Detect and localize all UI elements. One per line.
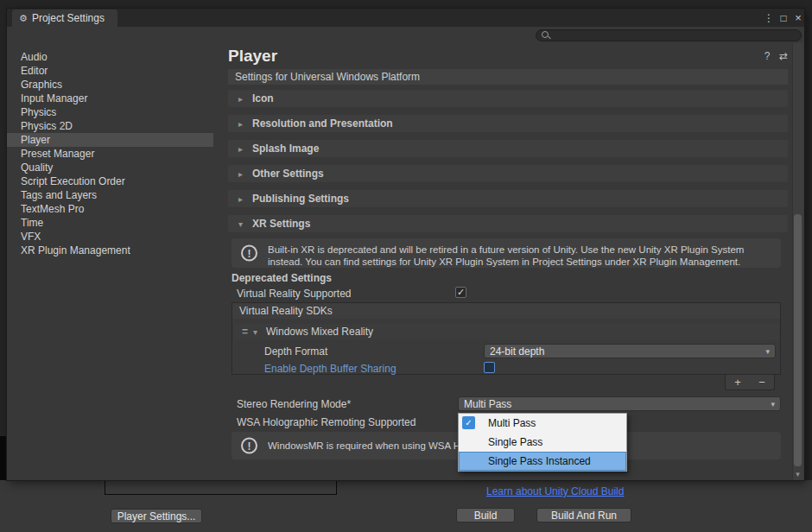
sidebar-item-editor[interactable]: Editor [7, 64, 213, 78]
window-menu-icon[interactable]: ⋮ [762, 9, 776, 27]
section-label: XR Settings [252, 218, 310, 230]
menu-item-multi-pass[interactable]: ✓ Multi Pass [459, 414, 626, 433]
vr-supported-checkbox[interactable]: ✓ [455, 287, 466, 298]
build-and-run-button[interactable]: Build And Run [536, 508, 631, 522]
section-label: Other Settings [252, 168, 324, 180]
search-input[interactable] [554, 30, 796, 41]
platform-settings-label: Settings for Universal Windows Platform [235, 71, 420, 83]
vr-sdks-header: Virtual Reality SDKs [232, 303, 780, 319]
enable-depth-buffer-sharing-checkbox[interactable] [484, 362, 495, 373]
settings-sidebar: Audio Editor Graphics Input Manager Phys… [7, 43, 213, 480]
tab-strip: ⚙ Project Settings ⋮ □ × [7, 9, 804, 27]
sdk-list-footer: + − [725, 375, 775, 390]
scrollbar-thumb[interactable] [794, 214, 802, 466]
section-xr-settings[interactable]: ▾ XR Settings [228, 215, 788, 232]
gear-icon: ⚙ [19, 14, 28, 23]
chevron-down-icon[interactable]: ▾ [253, 327, 261, 337]
chevron-down-icon: ▾ [771, 400, 775, 408]
platform-settings-bar: Settings for Universal Windows Platform [228, 69, 788, 85]
maximize-icon[interactable]: □ [777, 9, 790, 27]
remove-icon[interactable]: − [750, 375, 774, 390]
warning-text: WindowsMR is required when using WSA Hol… [268, 440, 479, 452]
section-label: Publishing Settings [252, 193, 349, 205]
xr-deprecation-warning: ! Built-in XR is deprecated and will be … [232, 238, 781, 268]
menu-item-single-pass[interactable]: Single Pass [459, 433, 626, 452]
stereo-rendering-mode-label: Stereo Rendering Mode* [237, 398, 351, 410]
chevron-right-icon: ▸ [238, 119, 246, 129]
check-icon: ✓ [457, 288, 465, 297]
warning-icon: ! [241, 438, 257, 454]
stereo-rendering-mode-dropdown[interactable]: Multi Pass ▾ [458, 396, 781, 411]
vr-supported-label: Virtual Reality Supported [237, 288, 352, 300]
tab-project-settings[interactable]: ⚙ Project Settings [12, 10, 117, 27]
sidebar-item-input-manager[interactable]: Input Manager [7, 92, 213, 105]
sdk-name: Windows Mixed Reality [266, 326, 373, 338]
drag-handle-icon[interactable]: = [242, 326, 248, 338]
menu-item-label: Multi Pass [488, 417, 536, 429]
enable-depth-buffer-sharing-label: Enable Depth Buffer Sharing [264, 363, 396, 375]
sidebar-item-tags-and-layers[interactable]: Tags and Layers [7, 188, 213, 202]
section-icon[interactable]: ▸ Icon [228, 90, 788, 107]
cloud-build-link[interactable]: Learn about Unity Cloud Build [486, 485, 624, 497]
build-button[interactable]: Build [456, 508, 515, 522]
toolbar [7, 27, 804, 43]
add-icon[interactable]: + [726, 375, 750, 390]
presets-icon[interactable]: ⇄ [777, 50, 790, 62]
depth-format-dropdown[interactable]: 24-bit depth ▾ [484, 344, 776, 358]
depth-format-label: Depth Format [264, 345, 327, 358]
section-label: Resolution and Presentation [252, 117, 393, 130]
page-title: Player [228, 47, 277, 66]
tab-label: Project Settings [32, 12, 105, 24]
sdk-row-windows-mixed-reality[interactable]: = ▾ Windows Mixed Reality [233, 324, 779, 339]
sidebar-item-player[interactable]: Player [7, 133, 213, 147]
chevron-right-icon: ▸ [238, 169, 246, 179]
section-other-settings[interactable]: ▸ Other Settings [228, 165, 788, 182]
sidebar-item-script-execution-order[interactable]: Script Execution Order [7, 174, 213, 188]
screen: Learn about Unity Cloud Build Player Set… [0, 0, 812, 532]
section-splash-image[interactable]: ▸ Splash Image [228, 140, 788, 157]
section-label: Icon [252, 92, 274, 104]
deprecated-settings-heading: Deprecated Settings [232, 272, 332, 284]
player-settings-button[interactable]: Player Settings... [111, 509, 202, 523]
section-publishing-settings[interactable]: ▸ Publishing Settings [228, 190, 788, 207]
sidebar-item-physics-2d[interactable]: Physics 2D [7, 119, 213, 133]
section-label: Splash Image [252, 142, 319, 155]
check-icon: ✓ [462, 416, 475, 429]
sidebar-item-quality[interactable]: Quality [7, 161, 213, 174]
sidebar-item-graphics[interactable]: Graphics [7, 78, 213, 92]
chevron-right-icon: ▸ [238, 94, 246, 104]
search-icon [542, 31, 550, 40]
menu-item-single-pass-instanced[interactable]: Single Pass Instanced [459, 452, 626, 471]
sidebar-item-vfx[interactable]: VFX [7, 230, 213, 244]
chevron-right-icon: ▸ [238, 194, 246, 204]
stereo-rendering-mode-value: Multi Pass [464, 398, 511, 410]
close-icon[interactable]: × [791, 9, 805, 27]
sidebar-item-xr-plugin-management[interactable]: XR Plugin Management [7, 244, 213, 257]
chevron-right-icon: ▸ [238, 144, 246, 154]
vr-sdks-title: Virtual Reality SDKs [239, 305, 333, 317]
chevron-down-icon: ▾ [238, 219, 246, 229]
wsa-holographic-label: WSA Holographic Remoting Supported [237, 416, 416, 428]
project-settings-window: ⚙ Project Settings ⋮ □ × Audio Editor Gr… [7, 9, 804, 480]
scroll-down-icon[interactable]: ▾ [792, 468, 803, 479]
depth-format-value: 24-bit depth [490, 345, 544, 358]
sidebar-item-time[interactable]: Time [7, 216, 213, 230]
search-field[interactable] [536, 29, 802, 41]
sidebar-item-preset-manager[interactable]: Preset Manager [7, 147, 213, 161]
sidebar-item-audio[interactable]: Audio [7, 50, 213, 64]
sidebar-item-textmesh-pro[interactable]: TextMesh Pro [7, 202, 213, 216]
warning-icon: ! [241, 245, 257, 262]
chevron-down-icon: ▾ [765, 347, 770, 356]
help-icon[interactable]: ? [760, 50, 774, 62]
menu-item-label: Single Pass Instanced [488, 455, 591, 467]
menu-item-label: Single Pass [488, 436, 542, 448]
stereo-rendering-mode-menu: ✓ Multi Pass Single Pass Single Pass Ins… [458, 413, 627, 472]
sidebar-item-physics[interactable]: Physics [7, 105, 213, 119]
warning-text: Built-in XR is deprecated and will be re… [268, 244, 771, 268]
section-resolution-and-presentation[interactable]: ▸ Resolution and Presentation [228, 115, 788, 132]
